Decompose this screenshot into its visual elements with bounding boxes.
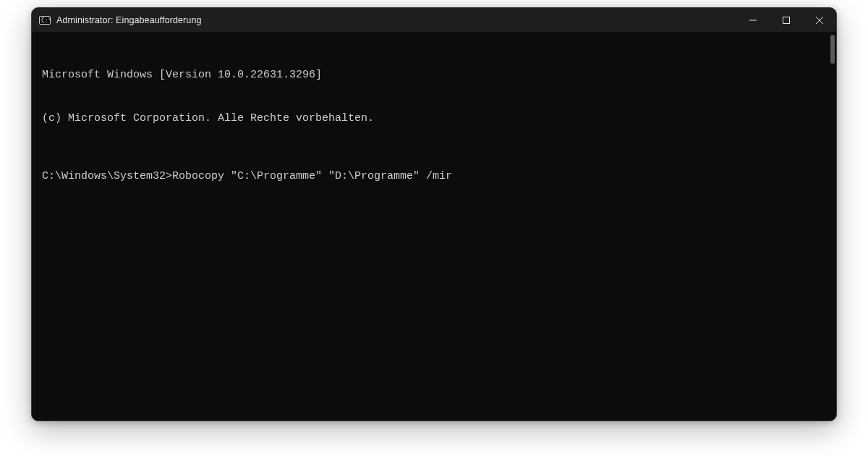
terminal-output-line: (c) Microsoft Corporation. Alle Rechte v… — [42, 111, 826, 126]
titlebar[interactable]: C:\ Administrator: Eingabeaufforderung — [32, 8, 836, 32]
terminal-output-line: Microsoft Windows [Version 10.0.22631.32… — [42, 68, 826, 83]
window-controls — [736, 8, 836, 32]
svg-rect-3 — [783, 17, 790, 23]
terminal-body[interactable]: Microsoft Windows [Version 10.0.22631.32… — [32, 32, 836, 421]
command-prompt-window: C:\ Administrator: Eingabeaufforderung M… — [31, 7, 837, 421]
prompt-path: C:\Windows\System32> — [42, 170, 172, 182]
command-text: Robocopy "C:\Programme" "D:\Programme" /… — [172, 170, 452, 182]
scrollbar-thumb[interactable] — [830, 35, 835, 64]
maximize-button[interactable] — [770, 8, 803, 32]
cmd-icon: C:\ — [39, 14, 51, 26]
window-title: Administrator: Eingabeaufforderung — [56, 15, 202, 25]
close-button[interactable] — [803, 8, 836, 32]
svg-text:C:\: C:\ — [41, 17, 51, 24]
minimize-button[interactable] — [736, 8, 770, 32]
scrollbar-track[interactable] — [827, 32, 836, 421]
terminal-prompt-line: C:\Windows\System32>Robocopy "C:\Program… — [42, 169, 826, 184]
